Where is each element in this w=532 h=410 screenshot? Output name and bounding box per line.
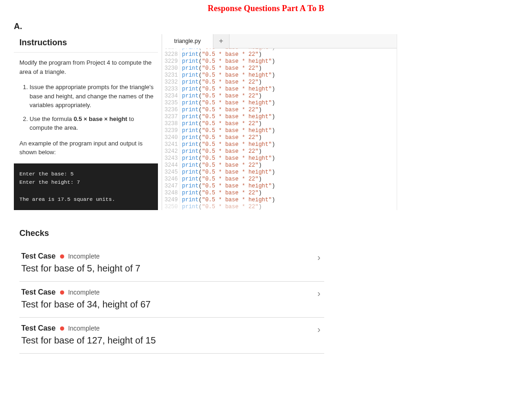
code-line: 3235print("0.5 * base * height") [162,100,397,107]
code-area[interactable]: 3227print("0.5 * base * height")3228prin… [162,48,397,210]
code-content: print("0.5 * base * height") [180,72,397,79]
check-header-row: Test CaseIncomplete [21,252,321,260]
status-dot-icon [60,290,64,295]
code-line: 3243print("0.5 * base * height") [162,155,397,162]
exercise-frame: Instructions Modify the program from Pro… [14,34,397,354]
code-content: print("0.5 * base * height") [180,197,397,204]
checks-list: Test CaseIncompleteTest for base of 5, h… [19,246,324,354]
line-number: 3239 [162,127,180,134]
check-label: Test Case [21,288,55,296]
status-dot-icon [60,254,64,259]
code-content: print("0.5 * base * height") [180,58,397,65]
line-number: 3235 [162,100,180,107]
code-content: print("0.5 * base * height") [180,100,397,107]
code-line: 3232print("0.5 * base * 22") [162,79,397,86]
code-content: print("0.5 * base * 22") [180,121,397,127]
check-item[interactable]: Test CaseIncompleteTest for base of 127,… [19,318,324,354]
code-content: print("0.5 * base * 22") [180,107,397,114]
check-description: Test for base of 5, height of 7 [21,263,321,274]
instructions-example-intro: An example of the program input and outp… [19,139,155,157]
code-line: 3239print("0.5 * base * height") [162,127,397,134]
line-number: 3238 [162,121,180,127]
terminal-sample: Enter the base: 5 Enter the height: 7 Th… [14,163,158,211]
check-status: Incomplete [68,325,99,332]
code-line: 3242print("0.5 * base * 22") [162,148,397,155]
check-label: Test Case [21,324,55,332]
line-number: 3232 [162,79,180,86]
code-line: 3240print("0.5 * base * 22") [162,134,397,141]
line-number: 3245 [162,169,180,176]
code-content: print("0.5 * base * height") [180,183,397,190]
line-number: 3250 [162,204,180,210]
instructions-panel: Instructions Modify the program from Pro… [14,34,162,210]
step2-formula: 0.5 × base × height [73,115,127,122]
instructions-intro: Modify the program from Project 4 to com… [19,58,155,76]
status-dot-icon [60,326,64,331]
step2-pre: Use the formula [30,115,73,122]
line-number: 3236 [162,107,180,114]
chevron-right-icon: › [317,252,320,263]
code-line-partial-bottom: 3250print("0.5 * base * 22") [162,204,397,210]
code-line: 3233print("0.5 * base * height") [162,86,397,93]
code-content: print("0.5 * base * height") [180,141,397,148]
checks-heading: Checks [19,229,397,238]
line-number: 3231 [162,72,180,79]
check-item[interactable]: Test CaseIncompleteTest for base of 34, … [19,282,324,318]
code-line: 3237print("0.5 * base * height") [162,114,397,121]
line-number: 3229 [162,58,180,65]
check-status: Incomplete [68,289,99,296]
check-description: Test for base of 34, height of 67 [21,299,321,310]
line-number: 3230 [162,65,180,72]
code-content: print("0.5 * base * height") [180,169,397,176]
code-line: 3245print("0.5 * base * height") [162,169,397,176]
code-line-partial-top: 3227print("0.5 * base * height") [162,48,397,51]
code-editor: triangle.py + 3227print("0.5 * base * he… [162,34,397,210]
page-title: Response Questions Part A To B [0,0,532,16]
line-number: 3234 [162,93,180,100]
editor-new-tab-button[interactable]: + [213,34,230,48]
section-label: A. [14,22,532,31]
code-content: print("0.5 * base * 22") [180,134,397,141]
check-description: Test for base of 127, height of 15 [21,335,321,346]
code-content: print("0.5 * base * 22") [180,93,397,100]
line-number: 3247 [162,183,180,190]
code-content: print("0.5 * base * height") [180,155,397,162]
line-number: 3241 [162,141,180,148]
code-line: 3244print("0.5 * base * 22") [162,162,397,169]
line-number: 3237 [162,114,180,121]
line-number: 3244 [162,162,180,169]
code-line: 3234print("0.5 * base * 22") [162,93,397,100]
chevron-right-icon: › [317,288,320,299]
code-line: 3247print("0.5 * base * height") [162,183,397,190]
code-content: print("0.5 * base * 22") [180,204,397,210]
code-content: print("0.5 * base * 22") [180,51,397,58]
instructions-step-1: Issue the appropriate prompts for the tr… [30,83,155,110]
code-content: print("0.5 * base * 22") [180,162,397,169]
line-number: 3227 [162,48,180,51]
instructions-step-2: Use the formula 0.5 × base × height to c… [30,115,155,133]
editor-tab-triangle[interactable]: triangle.py [162,34,213,48]
code-content: print("0.5 * base * 22") [180,79,397,86]
check-label: Test Case [21,252,55,260]
check-item[interactable]: Test CaseIncompleteTest for base of 5, h… [19,246,324,282]
code-line: 3246print("0.5 * base * 22") [162,176,397,183]
code-line: 3248print("0.5 * base * 22") [162,190,397,197]
instructions-heading: Instructions [14,34,158,53]
code-content: print("0.5 * base * height") [180,48,397,51]
line-number: 3243 [162,155,180,162]
code-content: print("0.5 * base * height") [180,127,397,134]
chevron-right-icon: › [317,324,320,335]
code-content: print("0.5 * base * 22") [180,65,397,72]
code-content: print("0.5 * base * 22") [180,190,397,197]
code-line: 3228print("0.5 * base * 22") [162,51,397,58]
line-number: 3246 [162,176,180,183]
check-status: Incomplete [68,253,99,260]
code-line: 3236print("0.5 * base * 22") [162,107,397,114]
line-number: 3242 [162,148,180,155]
code-content: print("0.5 * base * height") [180,86,397,93]
code-line: 3230print("0.5 * base * 22") [162,65,397,72]
line-number: 3248 [162,190,180,197]
line-number: 3228 [162,51,180,58]
code-line: 3249print("0.5 * base * height") [162,197,397,204]
line-number: 3233 [162,86,180,93]
